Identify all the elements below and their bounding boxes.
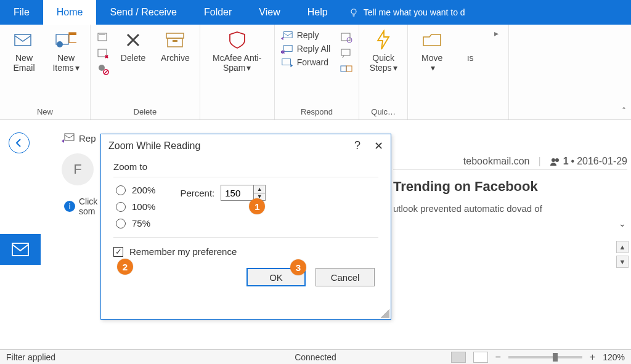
blocked-content-notice: utlook prevented automatic dovad of bbox=[393, 203, 627, 214]
zoom-slider-thumb[interactable] bbox=[553, 353, 558, 362]
lightbulb-icon bbox=[349, 7, 359, 17]
svg-rect-5 bbox=[69, 33, 76, 35]
group-delete: Delete Archive Delete bbox=[91, 25, 200, 119]
quick-steps-icon bbox=[374, 30, 393, 51]
remember-preference-checkbox[interactable]: ✓ Remember my preference 2 bbox=[113, 246, 378, 257]
ignore-icon[interactable] bbox=[97, 31, 109, 43]
zoom-in-button[interactable]: + bbox=[590, 352, 595, 363]
reply-all-button[interactable]: Reply All bbox=[281, 43, 330, 54]
zoom-to-label: Zoom to bbox=[113, 161, 378, 172]
from-domain: tebookmail.con bbox=[463, 156, 530, 167]
scroll-down-button[interactable]: ▼ bbox=[616, 256, 629, 268]
back-arrow-icon bbox=[14, 137, 25, 148]
scroll-buttons: ▲ ▼ bbox=[616, 241, 629, 268]
zoom-out-button[interactable]: − bbox=[495, 352, 501, 363]
tab-folder[interactable]: Folder bbox=[190, 0, 245, 25]
message-date: 2016-01-29 bbox=[577, 156, 627, 167]
group-mcafee: McAfee Anti- Spam▾ bbox=[200, 25, 275, 119]
group-respond: Reply Reply All Forward Respond bbox=[275, 25, 359, 119]
infobar-line2: som bbox=[79, 206, 97, 216]
tab-send-receive[interactable]: Send / Receive bbox=[96, 0, 190, 25]
cancel-button[interactable]: Cancel bbox=[316, 268, 375, 286]
svg-rect-1 bbox=[15, 34, 31, 46]
tab-file[interactable]: File bbox=[0, 0, 43, 25]
svg-rect-20 bbox=[346, 66, 352, 71]
dialog-title: Zoom While Reading bbox=[108, 140, 200, 152]
status-connected: Connected bbox=[295, 352, 336, 362]
reply-all-icon bbox=[281, 43, 293, 54]
view-normal-button[interactable] bbox=[451, 352, 466, 363]
info-icon: i bbox=[64, 201, 75, 212]
zoom-75-radio[interactable]: 75% bbox=[116, 218, 155, 229]
reply-hint-text[interactable]: Rep bbox=[79, 133, 96, 144]
svg-rect-15 bbox=[282, 59, 291, 65]
svg-rect-19 bbox=[341, 66, 346, 71]
people-icon bbox=[550, 157, 561, 166]
im-icon[interactable] bbox=[340, 47, 352, 59]
archive-button[interactable]: Archive bbox=[157, 28, 193, 64]
group-label-mcafee bbox=[236, 105, 238, 119]
people-count: 1 bbox=[563, 156, 569, 167]
status-filter: Filter applied bbox=[6, 352, 55, 362]
status-bar: Filter applied Connected − + 120% bbox=[0, 349, 631, 364]
more-respond-icon[interactable] bbox=[340, 63, 352, 75]
tab-home[interactable]: Home bbox=[43, 0, 97, 25]
new-email-button[interactable]: New Email bbox=[6, 28, 42, 74]
tags-button[interactable]: ıs bbox=[456, 28, 484, 64]
svg-point-3 bbox=[57, 41, 63, 47]
callout-3: 3 bbox=[290, 259, 306, 275]
ribbon: New Email New Items▾ New Delete Archive bbox=[0, 25, 631, 120]
group-label-quick: Quic… bbox=[371, 105, 396, 119]
expand-header-button[interactable]: ⌄ bbox=[619, 219, 626, 229]
tab-help[interactable]: Help bbox=[294, 0, 341, 25]
svg-rect-10 bbox=[166, 33, 184, 38]
new-items-icon bbox=[55, 31, 76, 49]
svg-rect-21 bbox=[12, 243, 28, 256]
forward-button[interactable]: Forward bbox=[281, 57, 330, 68]
tell-me-search[interactable]: Tell me what you want to d bbox=[341, 0, 631, 25]
clean-up-icon[interactable] bbox=[97, 47, 109, 59]
reply-button[interactable]: Reply bbox=[281, 30, 330, 41]
zoom-200-radio[interactable]: 200% bbox=[116, 185, 155, 195]
scroll-up-button[interactable]: ▲ bbox=[616, 241, 629, 253]
ribbon-overflow-button[interactable]: ▸ bbox=[491, 28, 502, 38]
new-email-icon bbox=[14, 31, 35, 49]
mcafee-shield-icon bbox=[227, 30, 247, 50]
move-folder-icon bbox=[421, 31, 442, 49]
mail-icon bbox=[12, 243, 29, 256]
junk-icon[interactable] bbox=[97, 63, 109, 75]
group-label-new: New bbox=[37, 105, 53, 119]
zoom-slider[interactable] bbox=[508, 356, 582, 358]
percent-input[interactable] bbox=[221, 185, 253, 200]
dialog-close-button[interactable]: ✕ bbox=[374, 139, 383, 153]
tell-me-placeholder: Tell me what you want to d bbox=[364, 7, 465, 17]
message-subject: Trending on Facebook bbox=[393, 179, 627, 195]
mcafee-button[interactable]: McAfee Anti- Spam▾ bbox=[206, 28, 268, 74]
new-items-button[interactable]: New Items▾ bbox=[48, 28, 84, 74]
delete-button[interactable]: Delete bbox=[115, 28, 151, 64]
zoom-100-radio[interactable]: 100% bbox=[116, 201, 155, 212]
back-button[interactable] bbox=[9, 132, 30, 153]
archive-icon bbox=[165, 31, 185, 49]
callout-1: 1 bbox=[249, 198, 265, 214]
status-zoom-level: 120% bbox=[603, 352, 625, 362]
message-preview: tebookmail.con | 1 • 2016-01-29 Trending… bbox=[393, 156, 627, 214]
meeting-icon[interactable] bbox=[340, 31, 352, 43]
percent-step-up[interactable]: ▲ bbox=[254, 185, 265, 193]
infobar-line1[interactable]: Click bbox=[79, 196, 97, 206]
move-button[interactable]: Move▾ bbox=[414, 28, 450, 74]
sender-avatar: F bbox=[62, 153, 94, 185]
group-new: New Email New Items▾ New bbox=[0, 25, 91, 119]
collapse-ribbon-button[interactable]: ˄ bbox=[622, 106, 626, 116]
dialog-resize-grip[interactable] bbox=[381, 309, 389, 318]
svg-point-24 bbox=[555, 158, 559, 162]
nav-mail-button[interactable] bbox=[0, 234, 41, 265]
svg-rect-11 bbox=[168, 38, 182, 47]
view-reading-button[interactable] bbox=[473, 352, 488, 363]
group-move: Move▾ ıs ▸ bbox=[408, 25, 509, 119]
dialog-help-button[interactable]: ? bbox=[354, 139, 360, 153]
delete-small-buttons bbox=[97, 28, 109, 75]
quick-steps-button[interactable]: Quick Steps▾ bbox=[365, 28, 401, 74]
svg-point-17 bbox=[347, 38, 352, 42]
tab-view[interactable]: View bbox=[245, 0, 293, 25]
